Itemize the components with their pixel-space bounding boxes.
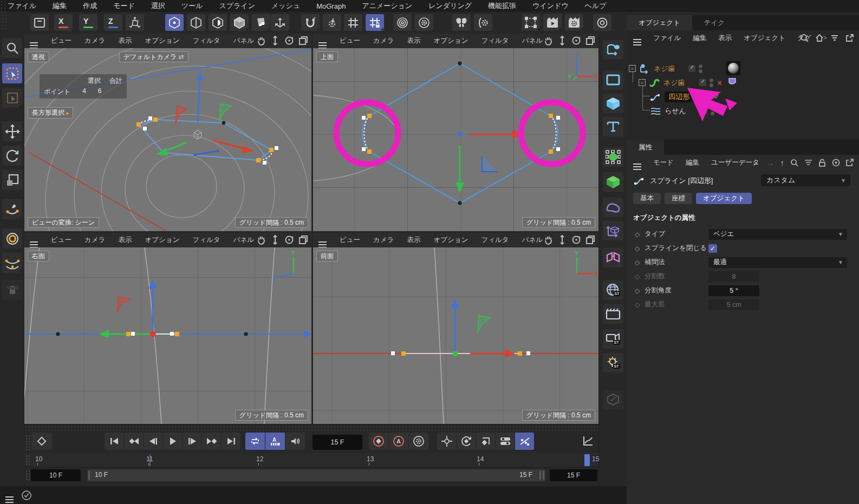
key-diamond-icon[interactable]: ◇ — [635, 259, 640, 266]
autokeying-button[interactable]: A — [389, 433, 408, 450]
search-icon[interactable] — [800, 34, 809, 42]
tree-row-nejiba-sweep[interactable]: − ネジ歯 × — [639, 76, 855, 89]
pan-hand-icon[interactable] — [256, 235, 266, 245]
menu-file[interactable]: ファイル — [8, 1, 36, 11]
keyframe-settings-button[interactable] — [409, 433, 428, 450]
vp-menu-options[interactable]: オプション — [433, 235, 468, 245]
previous-key-button[interactable] — [124, 433, 143, 450]
menu-help[interactable]: ヘルプ — [585, 1, 607, 11]
menu-spline[interactable]: スプライン — [219, 1, 255, 11]
cube-primitive-icon[interactable] — [603, 94, 623, 113]
vp-menu-options[interactable]: オプション — [433, 36, 468, 45]
vp-menu-filter[interactable]: フィルタ — [481, 235, 509, 245]
search-icon[interactable] — [790, 159, 798, 167]
render-view-icon[interactable] — [543, 14, 562, 31]
range-grip-right[interactable] — [543, 471, 544, 480]
spline-pen-icon[interactable] — [603, 40, 623, 60]
modeling-settings-icon[interactable] — [474, 14, 492, 31]
om-menu-edit[interactable]: 編集 — [693, 34, 706, 43]
filter-icon[interactable] — [830, 34, 839, 42]
menu-animation[interactable]: アニメーション — [362, 1, 412, 11]
attr-tab-coordinates[interactable]: 座標 — [665, 193, 692, 204]
range-end-field[interactable]: 15 F — [550, 469, 597, 481]
polygon-mode-icon[interactable] — [252, 14, 270, 31]
menu-render[interactable]: レンダリング — [428, 1, 472, 11]
viewport-menu-icon[interactable] — [318, 237, 327, 244]
object-mode-icon[interactable] — [187, 14, 205, 31]
object-name-selected[interactable]: 四辺形 — [665, 91, 693, 102]
grid-quantize-lock-icon[interactable] — [366, 14, 384, 31]
range-slider[interactable]: 10 F 15 F — [87, 469, 545, 481]
workplane-settings-icon[interactable] — [415, 14, 433, 31]
scene-axis-icon[interactable] — [603, 221, 623, 240]
dolly-icon[interactable] — [557, 36, 567, 45]
maximize-view-icon[interactable] — [298, 36, 308, 45]
expand-toggle[interactable]: − — [639, 79, 646, 86]
vp-menu-display[interactable]: 表示 — [407, 235, 420, 245]
lock-tool-icon[interactable] — [2, 280, 22, 300]
play-button[interactable] — [163, 433, 182, 450]
vp-menu-camera[interactable]: カメラ — [84, 235, 105, 245]
next-key-button[interactable] — [202, 433, 221, 450]
loop-playback-button[interactable] — [245, 433, 265, 450]
pan-hand-icon[interactable] — [543, 235, 553, 245]
axis-tool-icon[interactable] — [271, 14, 289, 31]
key-pla-button[interactable] — [515, 433, 534, 450]
disable-x-icon[interactable]: × — [718, 78, 722, 87]
key-scale-button[interactable] — [476, 433, 495, 450]
viewport-menu-icon[interactable] — [30, 37, 38, 45]
tab-objects[interactable]: オブジェクト — [627, 15, 692, 30]
view-label[interactable]: 上面 — [316, 51, 338, 62]
history-back-icon[interactable]: ← — [752, 158, 760, 167]
sound-button[interactable] — [285, 433, 305, 450]
key-diamond-icon[interactable]: ◇ — [635, 287, 640, 294]
view-label[interactable]: 透視 — [28, 51, 49, 62]
drag-handle[interactable] — [25, 455, 30, 466]
light-st-icon[interactable]: ST — [603, 353, 623, 372]
orbit-icon[interactable] — [571, 235, 581, 245]
layer-toggle-icon[interactable] — [688, 65, 695, 72]
orbit-icon[interactable] — [284, 36, 294, 45]
vp-menu-options[interactable]: オプション — [145, 235, 179, 245]
attr-tab-object[interactable]: オブジェクト — [696, 193, 752, 204]
generator-icon[interactable] — [603, 147, 623, 167]
snap-magnet-icon[interactable] — [301, 14, 320, 31]
menu-edit[interactable]: 編集 — [53, 1, 67, 11]
phong-tag-icon[interactable] — [727, 77, 738, 88]
viewport-menu-icon[interactable] — [30, 237, 38, 244]
spline-circle-tool-icon[interactable] — [2, 228, 22, 248]
workplane-icon[interactable] — [393, 14, 412, 31]
object-name[interactable]: ネジ歯 — [663, 78, 685, 88]
camera-label[interactable]: デフォルトカメラ ⇄ — [119, 51, 188, 62]
spline-pen-tool-icon[interactable] — [2, 199, 22, 219]
vp-menu-display[interactable]: 表示 — [407, 36, 420, 45]
sky-st-icon[interactable]: ST — [603, 280, 623, 300]
vp-menu-camera[interactable]: カメラ — [84, 36, 105, 45]
move-tool-icon[interactable] — [2, 121, 22, 141]
object-name[interactable]: ネジ歯 — [654, 64, 675, 74]
pan-hand-icon[interactable] — [543, 36, 553, 45]
render-settings-icon[interactable] — [565, 14, 583, 31]
stage-icon[interactable] — [603, 304, 623, 324]
layer-toggle-icon[interactable] — [700, 107, 707, 114]
visibility-dots-icon[interactable] — [710, 78, 713, 87]
key-position-button[interactable] — [437, 433, 456, 450]
home-icon[interactable] — [815, 34, 824, 42]
vp-menu-filter[interactable]: フィルタ — [481, 36, 509, 45]
tab-attributes[interactable]: 属性 — [627, 140, 664, 155]
menu-window[interactable]: ウインドウ — [532, 1, 569, 11]
parent-up-icon[interactable]: ↑ — [780, 158, 785, 167]
vp-menu-filter[interactable]: フィルタ — [192, 36, 220, 45]
preset-dropdown[interactable]: カスタム ▼ — [761, 174, 850, 186]
external-link-icon[interactable] — [846, 159, 854, 166]
render-region-icon[interactable] — [522, 14, 540, 31]
expand-toggle[interactable]: − — [629, 65, 636, 72]
maximize-view-icon[interactable] — [298, 235, 308, 245]
viewport-top-canvas[interactable]: Z X Y 上面 グリッド間隔 : 0.5 cm — [313, 48, 598, 231]
drag-handle[interactable] — [25, 470, 30, 481]
type-dropdown[interactable]: ベジエ▼ — [708, 229, 847, 240]
am-hamburger-icon[interactable] — [633, 159, 641, 166]
filter-icon[interactable] — [804, 159, 812, 166]
spline-rectangle-icon[interactable] — [603, 70, 623, 90]
external-link-icon[interactable] — [845, 34, 854, 42]
